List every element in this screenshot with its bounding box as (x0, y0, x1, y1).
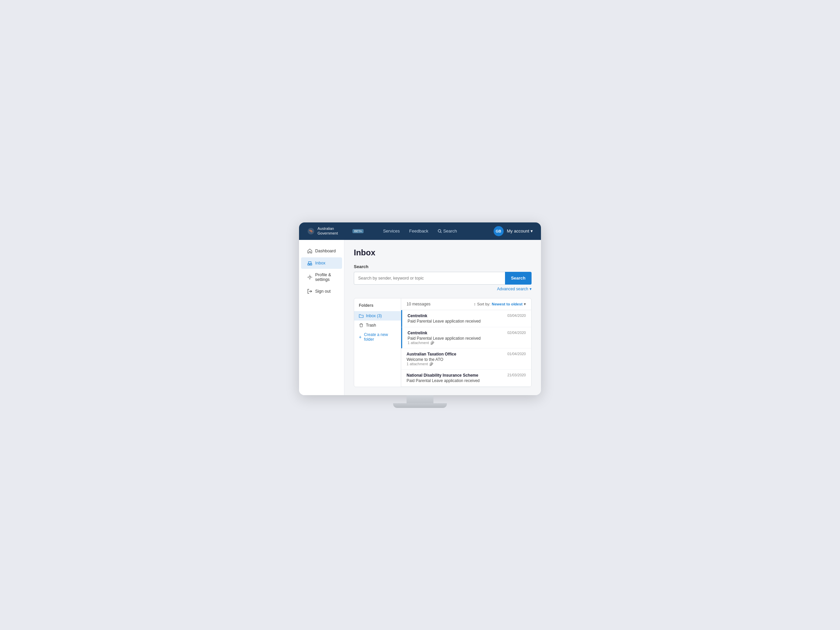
messages-count: 10 messages (407, 302, 430, 306)
sort-chevron-icon: ▾ (524, 302, 526, 306)
message-subject: Paid Parental Leave application received (407, 378, 526, 383)
message-row[interactable]: Centrelink 02/04/2020 Paid Parental Leav… (401, 327, 531, 349)
attachment-icon (429, 362, 433, 366)
message-top: Australian Taxation Office 01/04/2020 (407, 352, 526, 357)
folder-item-inbox[interactable]: Inbox (3) (354, 311, 401, 321)
avatar: GB (494, 226, 504, 236)
messages-panel: 10 messages ↕ Sort by: Newest to oldest … (401, 298, 531, 387)
message-sender: Centrelink (407, 331, 427, 335)
sidebar-item-dashboard[interactable]: Dashboard (301, 245, 342, 257)
sidebar-item-profile[interactable]: Profile & settings (301, 270, 342, 285)
search-input[interactable] (354, 272, 505, 284)
chevron-down-icon: ▾ (531, 229, 533, 234)
message-top: Centrelink 03/04/2020 (407, 314, 526, 318)
search-label: Search (354, 264, 532, 269)
message-meta: 1 attachment (407, 341, 526, 345)
message-subject: Paid Parental Leave application received (407, 319, 526, 324)
sidebar-item-inbox[interactable]: Inbox (301, 257, 342, 269)
message-sender: Centrelink (407, 314, 427, 318)
stand-base (393, 403, 447, 408)
trash-icon (359, 323, 363, 328)
svg-point-2 (438, 229, 441, 232)
my-account-button[interactable]: My account ▾ (507, 229, 533, 234)
inbox-icon (307, 261, 313, 266)
brand: 🦘 Australian Government BETA (307, 226, 363, 236)
sidebar-dashboard-label: Dashboard (315, 249, 336, 253)
message-top: Centrelink 02/04/2020 (407, 331, 526, 335)
messages-header: 10 messages ↕ Sort by: Newest to oldest … (401, 298, 531, 310)
monitor-stand (393, 395, 447, 408)
main-content: Inbox Search Search Advanced search ▾ Fo… (344, 240, 541, 395)
my-account-label: My account (507, 229, 529, 234)
message-row[interactable]: Centrelink 03/04/2020 Paid Parental Leav… (401, 310, 531, 327)
message-meta: 1 attachment (407, 362, 526, 366)
message-date: 03/04/2020 (507, 314, 526, 317)
advanced-search-link[interactable]: Advanced search ▾ (354, 287, 532, 291)
message-top: National Disability Insurance Scheme 21/… (407, 373, 526, 378)
nav-search[interactable]: Search (434, 226, 461, 235)
top-nav-right: GB My account ▾ (477, 226, 533, 236)
monitor-wrapper: 🦘 Australian Government BETA Services Fe… (299, 223, 541, 408)
signout-icon (307, 289, 313, 294)
nav-search-label: Search (443, 229, 457, 234)
sort-icon: ↕ (474, 302, 476, 306)
message-row[interactable]: National Disability Insurance Scheme 21/… (401, 369, 531, 387)
attachment-icon (430, 341, 434, 345)
sidebar: Dashboard Inbox Profile & settings (299, 240, 344, 395)
attachment-label: 1 attachment (407, 341, 429, 345)
coat-of-arms-icon: 🦘 (307, 226, 315, 236)
folders-title: Folders (354, 303, 401, 308)
svg-point-4 (309, 276, 311, 278)
message-date: 02/04/2020 (507, 331, 526, 335)
nav-feedback[interactable]: Feedback (405, 226, 433, 235)
sort-by: ↕ Sort by: Newest to oldest ▾ (474, 302, 526, 306)
home-icon (307, 248, 313, 254)
message-date: 01/04/2020 (507, 352, 526, 356)
folder-inbox-label: Inbox (3) (366, 314, 382, 318)
folder-trash-label: Trash (366, 323, 376, 328)
message-sender: Australian Taxation Office (407, 352, 456, 357)
create-folder-button[interactable]: + Create a new folder (354, 330, 401, 344)
folder-item-trash[interactable]: Trash (354, 321, 401, 330)
sort-label: Sort by: (477, 302, 491, 306)
app-body: Dashboard Inbox Profile & settings (299, 240, 541, 395)
gov-label: Australian Government (317, 226, 349, 235)
folders-messages-panel: Folders Inbox (3) Trash (354, 298, 532, 387)
attachment-label: 1 attachment (407, 362, 428, 366)
sidebar-profile-label: Profile & settings (315, 273, 336, 282)
message-date: 21/03/2020 (507, 373, 526, 377)
sort-value[interactable]: Newest to oldest (492, 302, 523, 306)
top-nav-links: Services Feedback Search (363, 226, 477, 235)
message-subject: Paid Parental Leave application received (407, 336, 526, 341)
message-subject: Welcome to the ATO (407, 357, 526, 362)
message-sender: National Disability Insurance Scheme (407, 373, 478, 378)
create-folder-label: Create a new folder (364, 332, 396, 342)
top-nav: 🦘 Australian Government BETA Services Fe… (299, 223, 541, 240)
settings-icon (307, 275, 313, 280)
folder-icon (359, 314, 363, 318)
search-icon (438, 229, 442, 233)
add-icon: + (359, 335, 362, 339)
beta-badge: BETA (352, 229, 363, 233)
svg-text:🦘: 🦘 (309, 229, 314, 234)
nav-services[interactable]: Services (379, 226, 404, 235)
sidebar-item-signout[interactable]: Sign out (301, 286, 342, 297)
monitor-screen: 🦘 Australian Government BETA Services Fe… (299, 223, 541, 395)
search-row: Search (354, 272, 532, 284)
sidebar-signout-label: Sign out (315, 289, 331, 294)
page-title: Inbox (354, 248, 532, 257)
stand-neck (407, 395, 433, 403)
folders-panel: Folders Inbox (3) Trash (354, 298, 401, 387)
sidebar-inbox-label: Inbox (315, 261, 325, 265)
advanced-search-label: Advanced search (497, 287, 528, 291)
svg-line-3 (441, 232, 442, 233)
chevron-down-icon: ▾ (529, 287, 532, 291)
search-button[interactable]: Search (505, 272, 532, 284)
message-row[interactable]: Australian Taxation Office 01/04/2020 We… (401, 349, 531, 369)
